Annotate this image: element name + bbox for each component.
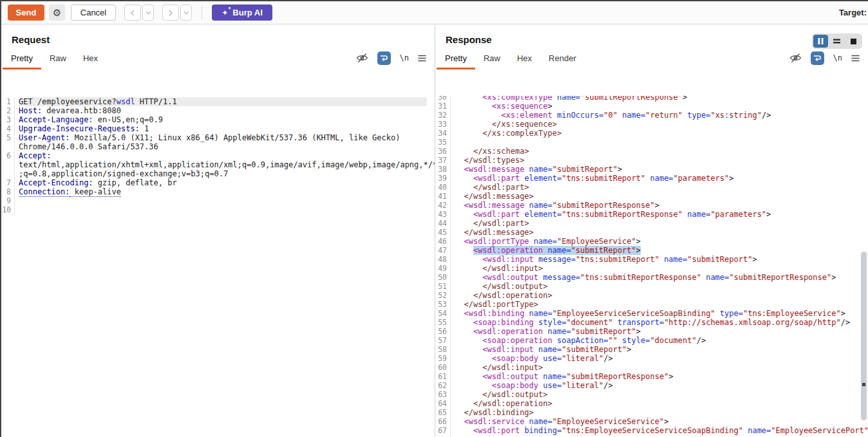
newline-chars-toggle[interactable]: \n — [400, 53, 409, 62]
code-line[interactable]: <wsdl:message name="submitReport"> — [455, 165, 868, 174]
pause-stream-button[interactable] — [813, 35, 828, 48]
tab-pretty[interactable]: Pretty — [3, 46, 41, 70]
tab-raw[interactable]: Raw — [41, 46, 75, 70]
code-line[interactable]: </wsdl:part> — [455, 183, 868, 192]
line-number — [1, 169, 15, 178]
send-button[interactable]: Send — [8, 5, 44, 21]
code-line[interactable]: Host: devarea.htb:8080 — [19, 106, 435, 115]
hide-nonprintable-button[interactable] — [789, 53, 802, 63]
editor-menu-button[interactable] — [851, 55, 860, 62]
code-line[interactable]: ;q=0.8,application/signed-exchange;v=b3;… — [19, 169, 435, 178]
code-line[interactable] — [19, 205, 435, 214]
code-line[interactable]: Accept: — [19, 151, 435, 160]
code-row: 53 </wsdl:portType> — [435, 300, 868, 309]
code-line[interactable]: </wsdl:operation> — [455, 291, 868, 300]
code-line[interactable]: text/html,application/xhtml+xml,applicat… — [19, 160, 435, 169]
code-line[interactable]: <wsdl:input message="tns:submitReport" n… — [455, 255, 868, 264]
code-line[interactable]: <wsdl:service name="EmployeeServiceServi… — [455, 417, 868, 426]
stop-stream-button[interactable] — [846, 35, 861, 48]
code-line[interactable]: </wsdl:message> — [455, 228, 868, 237]
code-line[interactable]: User-Agent: Mozilla/5.0 (X11; Linux x86_… — [19, 133, 435, 142]
stream-lines-button[interactable] — [829, 35, 844, 48]
code-line[interactable]: Accept-Encoding: gzip, deflate, br — [19, 178, 435, 187]
code-line[interactable]: <xs:complexType name="submitReportRespon… — [455, 96, 868, 102]
burp-ai-button[interactable]: ✦✦ Burp AI — [212, 5, 272, 21]
code-line[interactable] — [455, 138, 868, 147]
code-line[interactable]: </wsdl:part> — [455, 219, 868, 228]
tab-hex[interactable]: Hex — [509, 46, 540, 70]
response-panel-title: Response — [435, 25, 868, 46]
code-line[interactable]: <wsdl:operation name="submitReport"> — [455, 246, 868, 255]
code-line[interactable]: <wsdl:binding name="EmployeeServiceServi… — [455, 309, 868, 318]
code-line[interactable]: </wsdl:input> — [455, 363, 868, 372]
tab-pretty[interactable]: Pretty — [437, 46, 475, 70]
code-line[interactable]: </wsdl:types> — [455, 156, 868, 165]
response-tabbar: PrettyRawHexRender — [435, 46, 868, 70]
soft-wrap-toggle[interactable] — [377, 51, 391, 65]
newline-chars-toggle[interactable]: \n — [833, 53, 842, 62]
code-line[interactable]: Upgrade-Insecure-Requests: 1 — [19, 124, 435, 133]
code-line[interactable]: </wsdl:message> — [455, 192, 868, 201]
code-line[interactable]: <soap:binding style="document" transport… — [455, 318, 868, 327]
code-row: 50 <wsdl:output message="tns:submitRepor… — [435, 273, 868, 282]
settings-button[interactable]: ⚙︎ — [49, 5, 65, 21]
code-line[interactable]: </xs:schema> — [455, 147, 868, 156]
response-editor[interactable]: 30 <xs:complexType name="submitReportRes… — [435, 96, 868, 437]
code-line[interactable]: <wsdl:portType name="EmployeeService"> — [455, 237, 868, 246]
line-number: 31 — [435, 102, 451, 111]
code-line[interactable]: <wsdl:part element="tns:submitReportResp… — [455, 210, 868, 219]
tab-raw[interactable]: Raw — [475, 46, 509, 70]
editor-menu-button[interactable] — [418, 55, 426, 62]
code-line[interactable]: Chrome/146.0.0.0 Safari/537.36 — [19, 142, 435, 151]
code-line[interactable]: <wsdl:port binding="tns:EmployeeServiceS… — [455, 426, 868, 435]
forward-history-dropdown[interactable] — [180, 5, 192, 21]
code-line[interactable]: <wsdl:input name="submitReport"> — [455, 345, 868, 354]
request-editor[interactable]: 1GET /employeeservice?wsdl HTTP/1.12Host… — [1, 96, 435, 437]
code-line[interactable]: </wsdl:binding> — [455, 408, 868, 417]
line-number: 4 — [1, 124, 15, 133]
response-scrollbar-thumb[interactable] — [861, 252, 867, 420]
code-line[interactable]: <wsdl:output name="submitReportResponse"… — [455, 372, 868, 381]
code-line[interactable]: Accept-Language: en-US,en;q=0.9 — [19, 115, 435, 124]
code-row: 39 <wsdl:part element="tns:submitReport"… — [435, 174, 868, 183]
code-line[interactable]: <xs:element minOccurs="0" name="return" … — [455, 111, 868, 120]
code-line[interactable]: <wsdl:message name="submitReportResponse… — [455, 201, 868, 210]
response-panel: Response P — [435, 25, 868, 437]
line-number: 33 — [435, 120, 451, 129]
code-line[interactable]: <soap:body use="literal"/> — [455, 381, 868, 390]
back-button[interactable] — [124, 5, 141, 21]
code-line[interactable]: </xs:sequence> — [455, 120, 868, 129]
code-line[interactable]: </wsdl:operation> — [455, 399, 868, 408]
code-line[interactable]: GET /employeeservice?wsdl HTTP/1.1 — [19, 97, 427, 106]
code-line[interactable]: </wsdl:output> — [455, 390, 868, 399]
code-line[interactable]: <wsdl:operation name="submitReport"> — [455, 327, 868, 336]
code-line[interactable]: <wsdl:output message="tns:submitReportRe… — [455, 273, 868, 282]
tab-hex[interactable]: Hex — [75, 46, 106, 70]
code-line[interactable]: </wsdl:input> — [455, 264, 868, 273]
code-line[interactable]: </xs:complexType> — [455, 129, 868, 138]
forward-button[interactable] — [162, 5, 179, 21]
code-line[interactable]: <wsdl:part element="tns:submitReport" na… — [455, 174, 868, 183]
line-number: 60 — [435, 363, 451, 372]
line-number — [1, 160, 15, 169]
code-line[interactable]: <soap:body use="literal"/> — [455, 354, 868, 363]
code-row: 41 </wsdl:message> — [435, 192, 868, 201]
code-line[interactable] — [19, 196, 435, 205]
menu-icon — [418, 55, 426, 62]
code-line[interactable]: </wsdl:output> — [455, 282, 868, 291]
code-row: 2Host: devarea.htb:8080 — [1, 106, 435, 115]
hide-nonprintable-button[interactable] — [356, 53, 368, 63]
code-row: 49 </wsdl:input> — [435, 264, 868, 273]
code-line[interactable]: <soap:operation soapAction="" style="doc… — [455, 336, 868, 345]
line-number: 59 — [435, 354, 451, 363]
code-line[interactable]: Connection: keep-alive — [19, 187, 435, 196]
code-line[interactable]: <xs:sequence> — [455, 102, 868, 111]
code-line[interactable]: </wsdl:portType> — [455, 300, 868, 309]
line-number: 36 — [435, 147, 451, 156]
line-number: 37 — [435, 156, 451, 165]
back-history-dropdown[interactable] — [142, 5, 154, 21]
cancel-button[interactable]: Cancel — [71, 5, 116, 21]
soft-wrap-toggle[interactable] — [811, 51, 824, 65]
pause-icon — [818, 38, 824, 44]
tab-render[interactable]: Render — [540, 46, 585, 70]
